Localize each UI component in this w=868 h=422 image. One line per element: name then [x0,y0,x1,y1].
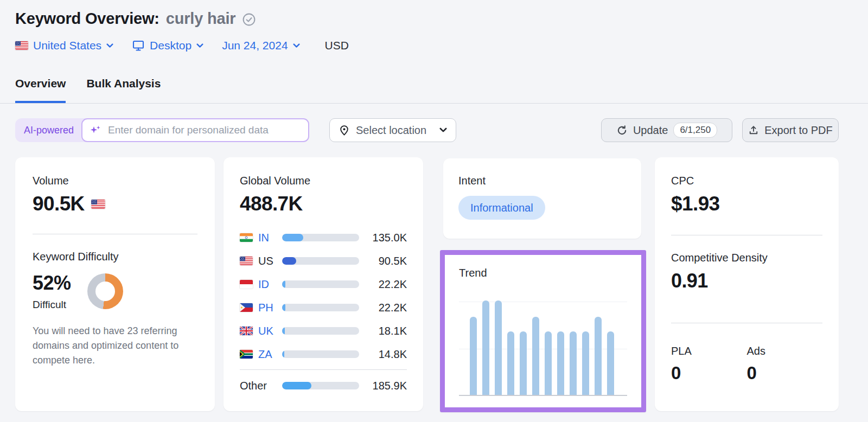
trend-bar-10 [582,331,589,395]
trend-bars [470,300,614,395]
global-volume-row-other: Other 185.9K [240,378,407,394]
ph-flag-icon [240,303,253,312]
export-button-label: Export to PDF [764,124,833,137]
global-volume-row-za: ZA14.8K [240,346,407,362]
volume-value-row: 90.5K [33,193,197,215]
tab-bulk-analysis[interactable]: Bulk Analysis [86,77,161,103]
keyword-difficulty-donut-chart [87,273,123,309]
trend-bar-7 [545,331,552,395]
chevron-down-icon [439,127,447,133]
tab-overview[interactable]: Overview [15,77,66,103]
in-flag-icon [240,233,253,242]
intent-label: Intent [458,175,626,187]
cpc-card: CPC $1.93 Competitive Density 0.91 PLA 0… [655,157,839,411]
country-code-link[interactable]: ZA [258,348,282,361]
volume-value[interactable]: 14.8K [366,348,407,361]
card-divider [671,323,822,323]
intent-informational-badge[interactable]: Informational [458,196,545,220]
keyword-difficulty-row: 52% Difficult [33,272,197,311]
global-volume-row-ph: PH22.2K [240,299,407,316]
device-filter[interactable]: Desktop [132,39,203,52]
volume-bar [282,304,359,311]
global-volume-card: Global Volume 488.7K IN135.0KUS90.5KID22… [224,157,423,411]
export-icon [748,125,759,136]
trend-card-highlighted: Trend [440,250,646,412]
domain-input-box [81,118,309,142]
card-divider [240,369,407,370]
update-count-badge: 6/1,250 [673,123,717,138]
chevron-down-icon [196,43,203,48]
ads-label: Ads [747,345,823,357]
keyword-difficulty-value: 52% [33,272,71,295]
refresh-icon [616,125,628,136]
trend-bar-5 [520,331,527,395]
country-code-link[interactable]: IN [258,232,282,244]
pla-value: 0 [671,363,747,383]
export-to-pdf-button[interactable]: Export to PDF [742,118,839,142]
keyword-difficulty-level: Difficult [33,299,71,311]
volume-value: 90.5K [33,193,85,215]
country-code-link[interactable]: ID [258,278,282,291]
keyword-difficulty-label: Keyword Difficulty [33,251,197,263]
trend-bar-8 [557,331,564,395]
desktop-icon [132,39,145,52]
country-code-link[interactable]: PH [258,302,282,314]
other-label: Other [240,380,282,392]
ads-block: Ads 0 [747,345,823,383]
global-volume-label: Global Volume [240,175,407,187]
page-title-label: Keyword Overview: [15,10,159,28]
trend-bar-12 [607,331,614,395]
volume-value[interactable]: 22.2K [366,278,407,291]
volume-value[interactable]: 18.1K [366,325,407,337]
page-title-keyword: curly hair [166,10,236,28]
za-flag-icon [240,350,253,359]
volume-value: 90.5K [366,255,407,267]
us-flag-icon [91,200,105,209]
volume-value[interactable]: 135.0K [366,232,407,244]
tab-bar-divider [0,103,868,104]
us-flag-icon [240,257,253,265]
intent-card: Intent Informational [443,158,641,239]
pla-ads-row: PLA 0 Ads 0 [671,345,822,383]
trend-bar-3 [495,300,502,395]
cpc-value: $1.93 [671,193,822,215]
volume-label: Volume [33,175,197,187]
trend-bar-4 [507,331,514,395]
sparkles-icon [90,124,101,136]
trend-bar-chart [459,296,627,396]
competitive-density-label: Competitive Density [671,252,822,264]
volume-bar [282,257,359,265]
country-code-link[interactable]: UK [258,325,282,337]
select-location-label: Select location [356,124,426,137]
volume-bar [282,350,359,358]
volume-value[interactable]: 22.2K [366,302,407,314]
date-filter[interactable]: Jun 24, 2024 [222,39,299,52]
us-flag-icon [15,41,28,50]
volume-bar [282,234,359,241]
chevron-down-icon [293,43,300,48]
keyword-difficulty-text: 52% Difficult [33,272,71,311]
select-location-dropdown[interactable]: Select location [329,118,456,142]
trend-label: Trend [459,267,627,279]
date-filter-label: Jun 24, 2024 [222,39,288,52]
ai-domain-widget: AI-powered [15,118,309,142]
page-title: Keyword Overview: curly hair [15,10,256,28]
country-filter[interactable]: United States [15,39,113,52]
country-code-link: US [258,255,282,267]
competitive-density-value: 0.91 [671,270,822,292]
domain-input[interactable] [107,124,301,137]
volume-value: 185.9K [366,380,407,392]
update-button[interactable]: Update 6/1,250 [601,118,732,142]
keyword-overview-page: Keyword Overview: curly hair United Stat… [0,0,868,422]
trend-bar-6 [532,317,539,395]
trend-bar-1 [470,317,477,395]
global-volume-row-id: ID22.2K [240,276,407,292]
volume-bar [282,382,359,389]
card-divider [33,234,197,234]
trend-bar-2 [482,300,489,395]
global-volume-row-uk: UK18.1K [240,323,407,339]
country-filter-label: United States [33,39,101,52]
id-flag-icon [240,280,253,289]
volume-card: Volume 90.5K Keyword Difficulty 52% Diff… [15,157,215,411]
ads-value: 0 [747,363,823,383]
